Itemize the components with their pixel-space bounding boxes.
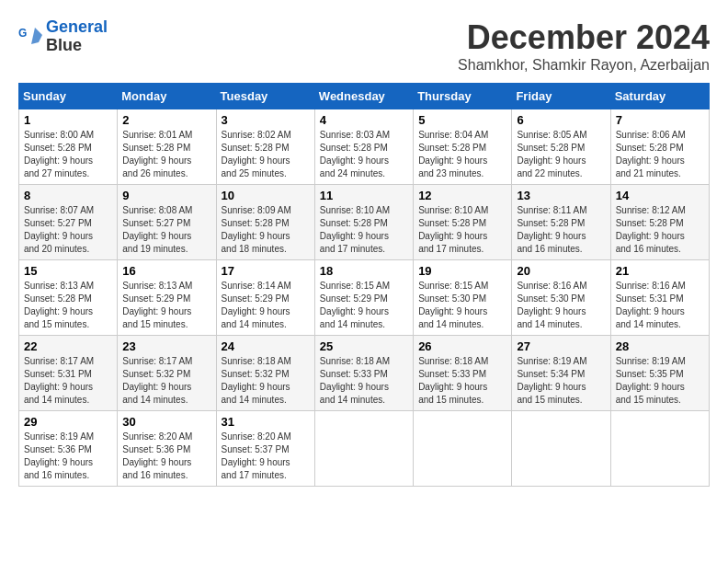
logo: G General Blue bbox=[18, 18, 108, 55]
day-info: Sunrise: 8:07 AM Sunset: 5:27 PM Dayligh… bbox=[24, 204, 112, 256]
day-header-monday: Monday bbox=[118, 84, 216, 109]
day-header-saturday: Saturday bbox=[610, 84, 709, 109]
day-info: Sunrise: 8:06 AM Sunset: 5:28 PM Dayligh… bbox=[616, 129, 704, 180]
day-cell: 24Sunrise: 8:18 AM Sunset: 5:32 PM Dayli… bbox=[216, 336, 314, 411]
day-number: 4 bbox=[320, 113, 408, 127]
day-cell: 22Sunrise: 8:17 AM Sunset: 5:31 PM Dayli… bbox=[19, 336, 118, 411]
day-number: 15 bbox=[24, 264, 112, 278]
day-cell: 10Sunrise: 8:09 AM Sunset: 5:28 PM Dayli… bbox=[216, 185, 314, 260]
day-number: 28 bbox=[616, 339, 704, 353]
calendar-table: SundayMondayTuesdayWednesdayThursdayFrid… bbox=[18, 83, 710, 487]
day-info: Sunrise: 8:10 AM Sunset: 5:28 PM Dayligh… bbox=[320, 204, 408, 256]
svg-text:G: G bbox=[18, 27, 27, 40]
day-number: 3 bbox=[222, 113, 310, 127]
day-number: 21 bbox=[616, 264, 704, 278]
day-header-thursday: Thursday bbox=[414, 84, 512, 109]
day-info: Sunrise: 8:03 AM Sunset: 5:28 PM Dayligh… bbox=[320, 129, 408, 180]
day-cell: 15Sunrise: 8:13 AM Sunset: 5:28 PM Dayli… bbox=[19, 260, 118, 336]
day-info: Sunrise: 8:18 AM Sunset: 5:32 PM Dayligh… bbox=[222, 355, 310, 407]
day-cell: 4Sunrise: 8:03 AM Sunset: 5:28 PM Daylig… bbox=[314, 109, 413, 185]
day-info: Sunrise: 8:19 AM Sunset: 5:35 PM Dayligh… bbox=[616, 355, 704, 407]
day-cell bbox=[314, 411, 413, 487]
day-cell: 2Sunrise: 8:01 AM Sunset: 5:28 PM Daylig… bbox=[118, 109, 216, 185]
day-info: Sunrise: 8:11 AM Sunset: 5:28 PM Dayligh… bbox=[517, 204, 605, 256]
day-number: 1 bbox=[24, 113, 112, 127]
day-number: 17 bbox=[222, 264, 310, 278]
day-number: 14 bbox=[616, 189, 704, 202]
page-header: G General Blue December 2024 Shamkhor, S… bbox=[18, 18, 710, 74]
day-cell: 28Sunrise: 8:19 AM Sunset: 5:35 PM Dayli… bbox=[610, 336, 709, 411]
day-info: Sunrise: 8:20 AM Sunset: 5:37 PM Dayligh… bbox=[222, 431, 310, 482]
day-header-sunday: Sunday bbox=[19, 84, 118, 109]
day-number: 25 bbox=[320, 339, 408, 353]
logo-text: General Blue bbox=[46, 18, 108, 55]
day-cell: 17Sunrise: 8:14 AM Sunset: 5:29 PM Dayli… bbox=[216, 260, 314, 336]
day-number: 20 bbox=[517, 264, 605, 278]
day-cell: 9Sunrise: 8:08 AM Sunset: 5:27 PM Daylig… bbox=[118, 185, 216, 260]
day-number: 22 bbox=[24, 339, 112, 353]
day-cell: 20Sunrise: 8:16 AM Sunset: 5:30 PM Dayli… bbox=[512, 260, 610, 336]
day-info: Sunrise: 8:19 AM Sunset: 5:34 PM Dayligh… bbox=[517, 355, 605, 407]
day-header-friday: Friday bbox=[512, 84, 610, 109]
week-row-3: 15Sunrise: 8:13 AM Sunset: 5:28 PM Dayli… bbox=[19, 260, 710, 336]
day-number: 6 bbox=[517, 113, 605, 127]
day-number: 2 bbox=[122, 113, 210, 127]
day-cell: 27Sunrise: 8:19 AM Sunset: 5:34 PM Dayli… bbox=[512, 336, 610, 411]
day-info: Sunrise: 8:18 AM Sunset: 5:33 PM Dayligh… bbox=[418, 355, 506, 407]
day-header-wednesday: Wednesday bbox=[314, 84, 413, 109]
day-cell bbox=[512, 411, 610, 487]
day-number: 16 bbox=[122, 264, 210, 278]
logo-icon: G bbox=[18, 24, 44, 50]
day-number: 7 bbox=[616, 113, 704, 127]
day-info: Sunrise: 8:00 AM Sunset: 5:28 PM Dayligh… bbox=[24, 129, 112, 180]
day-info: Sunrise: 8:10 AM Sunset: 5:28 PM Dayligh… bbox=[418, 204, 506, 256]
day-info: Sunrise: 8:01 AM Sunset: 5:28 PM Dayligh… bbox=[122, 129, 210, 180]
day-info: Sunrise: 8:15 AM Sunset: 5:30 PM Dayligh… bbox=[418, 280, 506, 331]
location-title: Shamkhor, Shamkir Rayon, Azerbaijan bbox=[458, 57, 710, 74]
day-number: 10 bbox=[222, 189, 310, 202]
day-info: Sunrise: 8:16 AM Sunset: 5:31 PM Dayligh… bbox=[616, 280, 704, 331]
day-number: 18 bbox=[320, 264, 408, 278]
day-cell: 13Sunrise: 8:11 AM Sunset: 5:28 PM Dayli… bbox=[512, 185, 610, 260]
day-cell bbox=[414, 411, 512, 487]
day-cell: 3Sunrise: 8:02 AM Sunset: 5:28 PM Daylig… bbox=[216, 109, 314, 185]
day-info: Sunrise: 8:05 AM Sunset: 5:28 PM Dayligh… bbox=[517, 129, 605, 180]
day-info: Sunrise: 8:13 AM Sunset: 5:28 PM Dayligh… bbox=[24, 280, 112, 331]
day-info: Sunrise: 8:17 AM Sunset: 5:31 PM Dayligh… bbox=[24, 355, 112, 407]
day-number: 11 bbox=[320, 189, 408, 202]
day-cell: 21Sunrise: 8:16 AM Sunset: 5:31 PM Dayli… bbox=[610, 260, 709, 336]
day-info: Sunrise: 8:04 AM Sunset: 5:28 PM Dayligh… bbox=[418, 129, 506, 180]
day-number: 27 bbox=[517, 339, 605, 353]
day-cell: 8Sunrise: 8:07 AM Sunset: 5:27 PM Daylig… bbox=[19, 185, 118, 260]
day-cell: 6Sunrise: 8:05 AM Sunset: 5:28 PM Daylig… bbox=[512, 109, 610, 185]
day-info: Sunrise: 8:02 AM Sunset: 5:28 PM Dayligh… bbox=[222, 129, 310, 180]
day-info: Sunrise: 8:08 AM Sunset: 5:27 PM Dayligh… bbox=[122, 204, 210, 256]
day-number: 24 bbox=[222, 339, 310, 353]
day-cell bbox=[610, 411, 709, 487]
day-info: Sunrise: 8:12 AM Sunset: 5:28 PM Dayligh… bbox=[616, 204, 704, 256]
day-number: 5 bbox=[418, 113, 506, 127]
week-row-5: 29Sunrise: 8:19 AM Sunset: 5:36 PM Dayli… bbox=[19, 411, 710, 487]
day-info: Sunrise: 8:18 AM Sunset: 5:33 PM Dayligh… bbox=[320, 355, 408, 407]
day-cell: 11Sunrise: 8:10 AM Sunset: 5:28 PM Dayli… bbox=[314, 185, 413, 260]
day-number: 8 bbox=[24, 189, 112, 202]
day-info: Sunrise: 8:19 AM Sunset: 5:36 PM Dayligh… bbox=[24, 431, 112, 482]
day-info: Sunrise: 8:17 AM Sunset: 5:32 PM Dayligh… bbox=[122, 355, 210, 407]
svg-marker-1 bbox=[31, 28, 42, 44]
day-cell: 29Sunrise: 8:19 AM Sunset: 5:36 PM Dayli… bbox=[19, 411, 118, 487]
day-cell: 25Sunrise: 8:18 AM Sunset: 5:33 PM Dayli… bbox=[314, 336, 413, 411]
day-cell: 7Sunrise: 8:06 AM Sunset: 5:28 PM Daylig… bbox=[610, 109, 709, 185]
month-title: December 2024 bbox=[458, 18, 710, 57]
day-number: 9 bbox=[122, 189, 210, 202]
title-block: December 2024 Shamkhor, Shamkir Rayon, A… bbox=[458, 18, 710, 74]
day-cell: 16Sunrise: 8:13 AM Sunset: 5:29 PM Dayli… bbox=[118, 260, 216, 336]
week-row-4: 22Sunrise: 8:17 AM Sunset: 5:31 PM Dayli… bbox=[19, 336, 710, 411]
day-cell: 18Sunrise: 8:15 AM Sunset: 5:29 PM Dayli… bbox=[314, 260, 413, 336]
week-row-2: 8Sunrise: 8:07 AM Sunset: 5:27 PM Daylig… bbox=[19, 185, 710, 260]
day-cell: 31Sunrise: 8:20 AM Sunset: 5:37 PM Dayli… bbox=[216, 411, 314, 487]
day-number: 23 bbox=[122, 339, 210, 353]
day-info: Sunrise: 8:15 AM Sunset: 5:29 PM Dayligh… bbox=[320, 280, 408, 331]
day-number: 31 bbox=[222, 415, 310, 429]
day-cell: 5Sunrise: 8:04 AM Sunset: 5:28 PM Daylig… bbox=[414, 109, 512, 185]
day-number: 19 bbox=[418, 264, 506, 278]
